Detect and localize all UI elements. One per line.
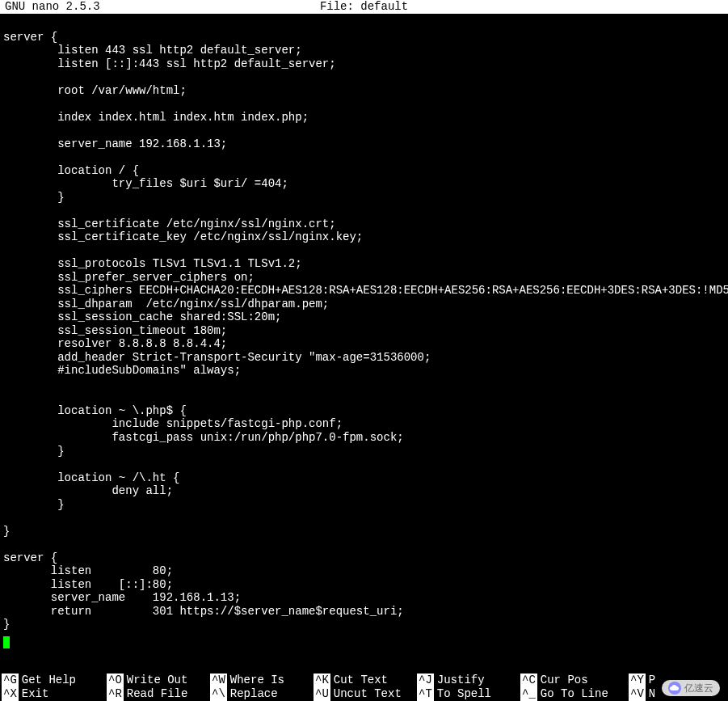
shortcut-go-to-line[interactable]: ^_Go To Line [520,687,629,701]
shortcut-write-out[interactable]: ^OWrite Out [107,674,210,687]
editor-line: return 301 https://$server_name$request_… [3,605,728,619]
editor-line: listen 443 ssl http2 default_server; [3,44,728,57]
editor-line: } [3,498,728,512]
watermark-text: 亿速云 [684,682,713,694]
editor-line [3,511,728,525]
editor-line [3,378,728,391]
shortcut-row-2: ^XExit ^RRead File ^\Replace ^UUncut Tex… [0,687,728,701]
editor-line: index index.html index.htm index.php; [3,111,728,125]
editor-line: server { [3,31,728,44]
editor-line: location / { [3,164,728,178]
editor-line: ssl_dhparam /etc/nginx/ssl/dhparam.pem; [3,298,728,311]
editor-line: ssl_session_cache shared:SSL:20m; [3,310,728,324]
editor-line [3,538,728,551]
watermark: 亿速云 [662,680,720,696]
editor-line [3,150,728,164]
shortcut-exit[interactable]: ^XExit [0,687,107,701]
shortcut-read-file[interactable]: ^RRead File [107,687,210,701]
editor-line [3,97,728,111]
shortcut-where-is[interactable]: ^WWhere Is [210,674,314,687]
shortcut-to-spell[interactable]: ^TTo Spell [417,687,520,701]
editor-line: resolver 8.8.8.8 8.8.4.4; [3,337,728,351]
shortcut-prev-page[interactable]: ^YP [629,674,653,687]
shortcut-bar: ^GGet Help ^OWrite Out ^WWhere Is ^KCut … [0,674,728,701]
app-name: GNU nano 2.5.3 [5,0,100,14]
shortcut-cut-text[interactable]: ^KCut Text [314,674,417,687]
editor-line: location ~ \.php$ { [3,404,728,418]
editor-line [3,391,728,404]
editor-line [3,244,728,258]
editor-line [3,124,728,137]
editor-line: } [3,445,728,458]
editor-line [3,70,728,84]
editor-line [3,204,728,217]
editor-line [3,458,728,471]
editor-line: try_files $uri $uri/ =404; [3,177,728,191]
editor-line: ssl_prefer_server_ciphers on; [3,271,728,285]
file-label: File: default [320,0,408,14]
editor-line [3,17,728,31]
editor-line: ssl_session_timeout 180m; [3,324,728,338]
editor-line: ssl_certificate_key /etc/nginx/ssl/nginx… [3,230,728,244]
editor-content[interactable]: server { listen 443 ssl http2 default_se… [0,14,728,631]
cursor [0,631,728,648]
editor-line: location ~ /\.ht { [3,471,728,485]
editor-line: server_name 192.168.1.13; [3,137,728,151]
editor-line: include snippets/fastcgi-php.conf; [3,417,728,431]
editor-line: } [3,525,728,538]
shortcut-next-page[interactable]: ^VN [629,687,653,701]
editor-line: ssl_protocols TLSv1 TLSv1.1 TLSv1.2; [3,257,728,271]
editor-line: add_header Strict-Transport-Security "ma… [3,351,728,365]
editor-line: } [3,618,728,631]
editor-line: deny all; [3,484,728,498]
cloud-icon [668,682,681,695]
editor-line: ssl_certificate /etc/nginx/ssl/nginx.crt… [3,217,728,231]
editor-line: root /var/www/html; [3,84,728,98]
editor-line: listen [::]:443 ssl http2 default_server… [3,57,728,71]
shortcut-cur-pos[interactable]: ^CCur Pos [520,674,629,687]
shortcut-row-1: ^GGet Help ^OWrite Out ^WWhere Is ^KCut … [0,674,728,687]
editor-line: #includeSubDomains" always; [3,364,728,378]
editor-line: listen 80; [3,564,728,578]
shortcut-get-help[interactable]: ^GGet Help [0,674,107,687]
shortcut-replace[interactable]: ^\Replace [210,687,314,701]
editor-line: listen [::]:80; [3,578,728,592]
editor-line: fastcgi_pass unix:/run/php/php7.0-fpm.so… [3,431,728,445]
editor-line: ssl_ciphers EECDH+CHACHA20:EECDH+AES128:… [3,284,728,298]
shortcut-justify[interactable]: ^JJustify [417,674,520,687]
shortcut-uncut-text[interactable]: ^UUncut Text [314,687,417,701]
editor-line: } [3,191,728,205]
editor-line: server_name 192.168.1.13; [3,591,728,605]
editor-line: server { [3,551,728,565]
title-bar: GNU nano 2.5.3 File: default [0,0,728,14]
